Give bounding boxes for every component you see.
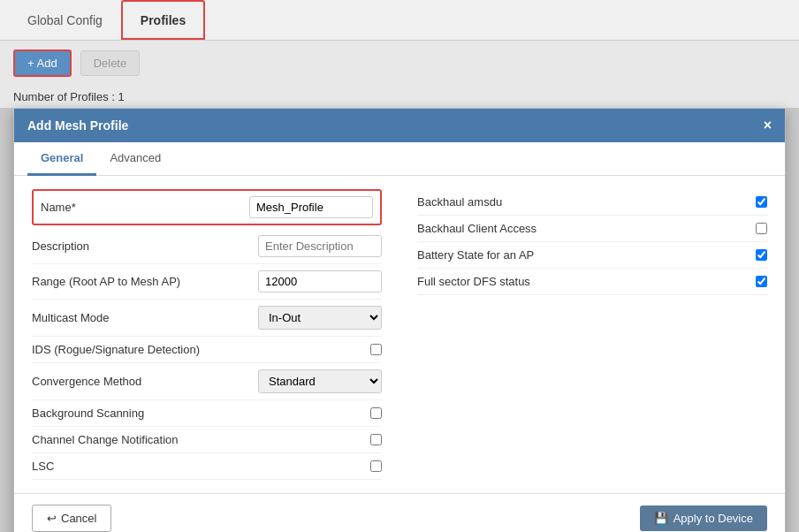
multicast-row: Multicast Mode In-Out In Out <box>32 300 382 337</box>
full-sector-checkbox[interactable] <box>756 276 767 287</box>
channel-change-checkbox[interactable] <box>370 434 382 445</box>
lsc-checkbox[interactable] <box>370 460 382 472</box>
convergence-row: Convergence Method Standard Fast <box>32 363 382 400</box>
convergence-select[interactable]: Standard Fast <box>258 369 382 393</box>
tab-advanced[interactable]: Advanced <box>96 142 174 176</box>
tab-bar: Global Config Profiles <box>0 0 799 41</box>
apply-label: Apply to Device <box>673 512 753 525</box>
multicast-label: Multicast Mode <box>32 311 258 324</box>
lsc-row: LSC <box>32 453 382 480</box>
bg-scanning-row: Background Scanning <box>32 400 382 427</box>
bg-scanning-label: Background Scanning <box>32 407 370 420</box>
range-label: Range (Root AP to Mesh AP) <box>32 275 258 288</box>
ids-row: IDS (Rogue/Signature Detection) <box>32 337 382 363</box>
description-row: Description <box>32 229 382 264</box>
convergence-label: Convergence Method <box>32 375 258 388</box>
profile-count: Number of Profiles : 1 <box>0 86 799 108</box>
lsc-label: LSC <box>32 460 370 473</box>
channel-change-row: Channel Change Notification <box>32 427 382 453</box>
range-row: Range (Root AP to Mesh AP) <box>32 264 382 300</box>
save-icon: 💾 <box>654 512 668 525</box>
battery-state-label: Battery State for an AP <box>417 248 534 262</box>
description-input[interactable] <box>258 235 382 257</box>
name-label: Name* <box>41 201 249 214</box>
bg-scanning-checkbox[interactable] <box>370 407 382 419</box>
add-mesh-profile-modal: Add Mesh Profile × General Advanced Name… <box>13 108 786 532</box>
modal-footer: ↩ Cancel 💾 Apply to Device <box>14 493 785 532</box>
cancel-label: Cancel <box>61 512 96 525</box>
tab-general[interactable]: General <box>27 142 96 176</box>
backhaul-amsdu-checkbox[interactable] <box>756 196 767 208</box>
backhaul-client-row: Backhaul Client Access <box>417 216 767 242</box>
backhaul-amsdu-row: Backhaul amsdu <box>417 189 767 216</box>
right-column: Backhaul amsdu Backhaul Client Access Ba… <box>417 189 767 480</box>
channel-change-label: Channel Change Notification <box>32 433 370 446</box>
full-sector-label: Full sector DFS status <box>417 275 530 288</box>
delete-button[interactable]: Delete <box>80 50 141 76</box>
tab-global-config[interactable]: Global Config <box>9 0 121 40</box>
left-column: Name* Description Range (Root AP to Mesh… <box>32 189 382 480</box>
backhaul-client-checkbox[interactable] <box>756 223 767 234</box>
modal-tabs: General Advanced <box>14 142 785 176</box>
tab-profiles[interactable]: Profiles <box>121 0 205 40</box>
name-input[interactable] <box>249 196 373 218</box>
modal-title: Add Mesh Profile <box>27 118 128 133</box>
battery-state-row: Battery State for an AP <box>417 242 767 269</box>
modal-header: Add Mesh Profile × <box>14 109 785 142</box>
ids-label: IDS (Rogue/Signature Detection) <box>32 343 370 356</box>
multicast-select[interactable]: In-Out In Out <box>258 306 382 330</box>
toolbar: + Add Delete <box>0 41 799 86</box>
ids-checkbox[interactable] <box>370 344 382 355</box>
undo-icon: ↩ <box>47 512 57 525</box>
add-button[interactable]: + Add <box>13 49 72 77</box>
modal-area: Add Mesh Profile × General Advanced Name… <box>0 108 799 532</box>
description-label: Description <box>32 239 258 253</box>
full-sector-row: Full sector DFS status <box>417 269 767 295</box>
modal-body: Name* Description Range (Root AP to Mesh… <box>14 176 785 493</box>
apply-to-device-button[interactable]: 💾 Apply to Device <box>640 505 767 531</box>
battery-state-checkbox[interactable] <box>756 249 767 261</box>
backhaul-client-label: Backhaul Client Access <box>417 222 536 235</box>
backhaul-amsdu-label: Backhaul amsdu <box>417 195 502 209</box>
cancel-button[interactable]: ↩ Cancel <box>32 505 111 532</box>
close-icon[interactable]: × <box>764 118 772 133</box>
range-input[interactable] <box>258 270 382 293</box>
